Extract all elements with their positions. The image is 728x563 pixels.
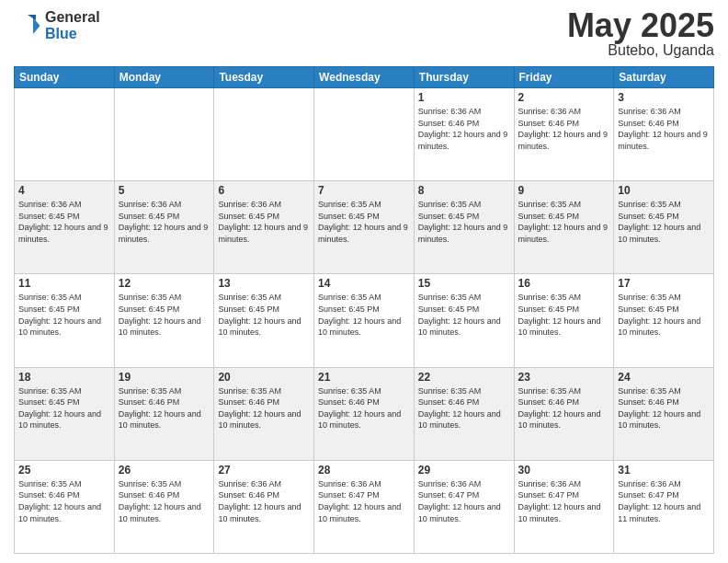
day-number: 21 xyxy=(318,371,410,384)
day-number: 19 xyxy=(119,371,210,384)
day-number: 15 xyxy=(418,277,510,290)
table-row xyxy=(15,88,115,181)
svg-marker-1 xyxy=(28,15,36,20)
day-number: 3 xyxy=(618,91,710,104)
table-row: 20Sunrise: 6:35 AM Sunset: 6:46 PM Dayli… xyxy=(214,367,314,460)
day-number: 10 xyxy=(618,184,710,197)
day-info: Sunrise: 6:36 AM Sunset: 6:46 PM Dayligh… xyxy=(418,106,510,152)
table-row: 28Sunrise: 6:36 AM Sunset: 6:47 PM Dayli… xyxy=(314,460,415,553)
table-row: 23Sunrise: 6:35 AM Sunset: 6:46 PM Dayli… xyxy=(514,367,614,460)
logo-icon xyxy=(14,12,41,40)
title-month: May 2025 xyxy=(567,9,714,42)
day-number: 28 xyxy=(318,464,410,477)
day-info: Sunrise: 6:35 AM Sunset: 6:46 PM Dayligh… xyxy=(318,385,410,431)
table-row: 21Sunrise: 6:35 AM Sunset: 6:46 PM Dayli… xyxy=(314,367,415,460)
col-friday: Friday xyxy=(514,67,614,88)
day-number: 9 xyxy=(518,184,610,197)
table-row: 22Sunrise: 6:35 AM Sunset: 6:46 PM Dayli… xyxy=(414,367,514,460)
table-row: 15Sunrise: 6:35 AM Sunset: 6:45 PM Dayli… xyxy=(414,274,514,367)
day-number: 24 xyxy=(618,371,710,384)
day-number: 17 xyxy=(618,277,710,290)
day-number: 27 xyxy=(218,464,310,477)
day-number: 11 xyxy=(18,277,110,290)
page: General Blue May 2025 Butebo, Uganda Sun… xyxy=(0,0,728,563)
table-row: 6Sunrise: 6:36 AM Sunset: 6:45 PM Daylig… xyxy=(214,181,314,274)
day-info: Sunrise: 6:35 AM Sunset: 6:45 PM Dayligh… xyxy=(18,385,110,431)
table-row: 9Sunrise: 6:35 AM Sunset: 6:45 PM Daylig… xyxy=(514,181,614,274)
table-row: 8Sunrise: 6:35 AM Sunset: 6:45 PM Daylig… xyxy=(414,181,514,274)
col-tuesday: Tuesday xyxy=(214,67,314,88)
calendar-week-row: 4Sunrise: 6:36 AM Sunset: 6:45 PM Daylig… xyxy=(15,181,714,274)
day-number: 22 xyxy=(418,371,510,384)
day-info: Sunrise: 6:35 AM Sunset: 6:46 PM Dayligh… xyxy=(18,478,110,524)
calendar-table: Sunday Monday Tuesday Wednesday Thursday… xyxy=(14,66,714,554)
table-row: 7Sunrise: 6:35 AM Sunset: 6:45 PM Daylig… xyxy=(314,181,415,274)
calendar-week-row: 11Sunrise: 6:35 AM Sunset: 6:45 PM Dayli… xyxy=(15,274,714,367)
day-number: 2 xyxy=(518,91,610,104)
day-number: 1 xyxy=(418,91,510,104)
table-row: 3Sunrise: 6:36 AM Sunset: 6:46 PM Daylig… xyxy=(614,88,714,181)
col-wednesday: Wednesday xyxy=(314,67,415,88)
table-row: 2Sunrise: 6:36 AM Sunset: 6:46 PM Daylig… xyxy=(514,88,614,181)
day-info: Sunrise: 6:35 AM Sunset: 6:46 PM Dayligh… xyxy=(218,385,310,431)
table-row: 31Sunrise: 6:36 AM Sunset: 6:47 PM Dayli… xyxy=(614,460,714,553)
table-row: 12Sunrise: 6:35 AM Sunset: 6:45 PM Dayli… xyxy=(114,274,214,367)
table-row xyxy=(214,88,314,181)
day-number: 20 xyxy=(218,371,310,384)
day-info: Sunrise: 6:36 AM Sunset: 6:47 PM Dayligh… xyxy=(318,478,410,524)
calendar-week-row: 25Sunrise: 6:35 AM Sunset: 6:46 PM Dayli… xyxy=(15,460,714,553)
day-info: Sunrise: 6:35 AM Sunset: 6:45 PM Dayligh… xyxy=(218,292,310,338)
day-number: 29 xyxy=(418,464,510,477)
title-block: May 2025 Butebo, Uganda xyxy=(567,9,714,59)
table-row: 17Sunrise: 6:35 AM Sunset: 6:45 PM Dayli… xyxy=(614,274,714,367)
table-row: 13Sunrise: 6:35 AM Sunset: 6:45 PM Dayli… xyxy=(214,274,314,367)
table-row: 24Sunrise: 6:35 AM Sunset: 6:46 PM Dayli… xyxy=(614,367,714,460)
calendar-header-row: Sunday Monday Tuesday Wednesday Thursday… xyxy=(15,67,714,88)
day-info: Sunrise: 6:35 AM Sunset: 6:45 PM Dayligh… xyxy=(618,292,710,338)
table-row: 10Sunrise: 6:35 AM Sunset: 6:45 PM Dayli… xyxy=(614,181,714,274)
day-number: 8 xyxy=(418,184,510,197)
table-row xyxy=(114,88,214,181)
day-info: Sunrise: 6:35 AM Sunset: 6:45 PM Dayligh… xyxy=(618,199,710,245)
day-info: Sunrise: 6:36 AM Sunset: 6:47 PM Dayligh… xyxy=(418,478,510,524)
day-info: Sunrise: 6:36 AM Sunset: 6:46 PM Dayligh… xyxy=(218,478,310,524)
logo-text: General Blue xyxy=(45,9,100,41)
day-info: Sunrise: 6:36 AM Sunset: 6:45 PM Dayligh… xyxy=(119,199,210,245)
table-row: 30Sunrise: 6:36 AM Sunset: 6:47 PM Dayli… xyxy=(514,460,614,553)
day-info: Sunrise: 6:35 AM Sunset: 6:45 PM Dayligh… xyxy=(119,292,210,338)
logo: General Blue xyxy=(14,9,100,41)
table-row: 26Sunrise: 6:35 AM Sunset: 6:46 PM Dayli… xyxy=(114,460,214,553)
day-info: Sunrise: 6:35 AM Sunset: 6:45 PM Dayligh… xyxy=(318,292,410,338)
day-number: 25 xyxy=(18,464,110,477)
calendar-week-row: 18Sunrise: 6:35 AM Sunset: 6:45 PM Dayli… xyxy=(15,367,714,460)
day-number: 6 xyxy=(218,184,310,197)
day-number: 30 xyxy=(518,464,610,477)
day-info: Sunrise: 6:35 AM Sunset: 6:45 PM Dayligh… xyxy=(518,199,610,245)
day-info: Sunrise: 6:35 AM Sunset: 6:45 PM Dayligh… xyxy=(418,199,510,245)
day-number: 16 xyxy=(518,277,610,290)
table-row: 25Sunrise: 6:35 AM Sunset: 6:46 PM Dayli… xyxy=(15,460,115,553)
table-row: 11Sunrise: 6:35 AM Sunset: 6:45 PM Dayli… xyxy=(15,274,115,367)
table-row: 4Sunrise: 6:36 AM Sunset: 6:45 PM Daylig… xyxy=(15,181,115,274)
day-info: Sunrise: 6:35 AM Sunset: 6:45 PM Dayligh… xyxy=(418,292,510,338)
day-info: Sunrise: 6:36 AM Sunset: 6:46 PM Dayligh… xyxy=(518,106,610,152)
day-info: Sunrise: 6:35 AM Sunset: 6:45 PM Dayligh… xyxy=(518,292,610,338)
day-info: Sunrise: 6:36 AM Sunset: 6:47 PM Dayligh… xyxy=(618,478,710,524)
table-row: 18Sunrise: 6:35 AM Sunset: 6:45 PM Dayli… xyxy=(15,367,115,460)
day-info: Sunrise: 6:35 AM Sunset: 6:45 PM Dayligh… xyxy=(18,292,110,338)
day-info: Sunrise: 6:36 AM Sunset: 6:45 PM Dayligh… xyxy=(18,199,110,245)
day-info: Sunrise: 6:35 AM Sunset: 6:46 PM Dayligh… xyxy=(418,385,510,431)
table-row: 27Sunrise: 6:36 AM Sunset: 6:46 PM Dayli… xyxy=(214,460,314,553)
table-row: 14Sunrise: 6:35 AM Sunset: 6:45 PM Dayli… xyxy=(314,274,415,367)
day-info: Sunrise: 6:35 AM Sunset: 6:46 PM Dayligh… xyxy=(119,385,210,431)
day-info: Sunrise: 6:35 AM Sunset: 6:45 PM Dayligh… xyxy=(318,199,410,245)
svg-marker-0 xyxy=(33,17,40,34)
title-location: Butebo, Uganda xyxy=(567,42,714,59)
day-info: Sunrise: 6:36 AM Sunset: 6:46 PM Dayligh… xyxy=(618,106,710,152)
day-number: 18 xyxy=(18,371,110,384)
day-number: 5 xyxy=(119,184,210,197)
day-number: 14 xyxy=(318,277,410,290)
day-number: 26 xyxy=(119,464,210,477)
header: General Blue May 2025 Butebo, Uganda xyxy=(14,9,714,59)
day-number: 23 xyxy=(518,371,610,384)
